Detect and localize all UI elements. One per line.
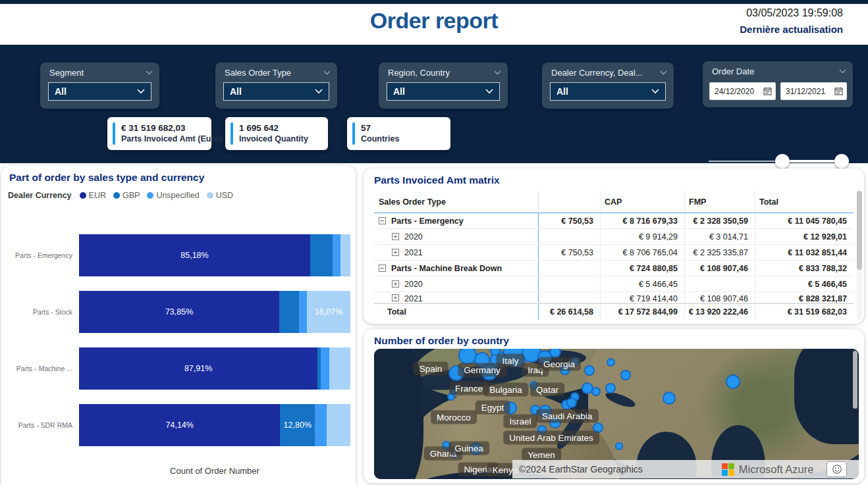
order-bubble[interactable] xyxy=(615,442,623,450)
map-attribution-bar: ©2024 EarthStar Geographics Microsoft Az… xyxy=(512,460,859,478)
chevron-down-icon[interactable] xyxy=(660,70,667,75)
legend-label: Unspecified xyxy=(156,191,199,200)
x-axis-title: Count of Order Number xyxy=(79,466,350,476)
country-label-morocco: Morocco xyxy=(431,411,477,424)
matrix-row-label: 2020 xyxy=(404,280,423,289)
order-bubble[interactable] xyxy=(726,374,740,389)
slicer-order-date: Order Date 24/12/2020 31/12/2021 xyxy=(703,61,853,107)
bar-segment-label: 85,18% xyxy=(180,251,208,260)
bar-row: Parts - Emergency85,18% xyxy=(3,234,350,276)
bar-segment-usd[interactable]: 16,07% xyxy=(307,291,350,333)
region-country-dropdown[interactable]: All xyxy=(387,82,500,101)
bar-segment-usd[interactable] xyxy=(340,234,350,276)
matrix-scrollbar[interactable] xyxy=(857,191,862,320)
legend-label: GBP xyxy=(122,191,140,200)
slicer-region-country: Region, Country All xyxy=(379,63,508,109)
chevron-down-icon[interactable] xyxy=(146,70,153,75)
matrix-row-label: Parts - Machine Break Down xyxy=(391,264,502,273)
sales-order-type-dropdown[interactable]: All xyxy=(223,82,329,101)
chevron-down-icon xyxy=(315,89,323,94)
bar-row: Parts - Stock73,85%16,07% xyxy=(3,291,350,333)
chart-legend: Dealer Currency EURGBPUnspecifiedUSD xyxy=(8,191,233,200)
matrix-row: +2021€ 719 414,40€ 108 907,46€ 828 321,8… xyxy=(374,292,854,303)
chevron-down-icon xyxy=(651,89,659,94)
calendar-icon[interactable] xyxy=(834,87,843,95)
bar-segment-eur[interactable]: 74,14% xyxy=(79,404,280,446)
chevron-down-icon[interactable] xyxy=(494,70,501,75)
order-bubble[interactable] xyxy=(663,392,676,405)
slider-handle-start[interactable] xyxy=(775,154,790,168)
calendar-icon[interactable] xyxy=(763,87,772,95)
map-canvas[interactable]: SpainGermanyItalyIraqGeorgiaFranceBulgar… xyxy=(374,349,859,479)
legend-label: USD xyxy=(216,191,233,200)
country-label-united-arab-emirates: United Arab Emirates xyxy=(503,431,599,445)
matrix-row-header: +2020 xyxy=(374,229,539,244)
order-bubble[interactable] xyxy=(605,383,616,394)
chevron-down-icon[interactable] xyxy=(839,69,846,74)
date-range-slider[interactable] xyxy=(703,152,850,170)
bar-segment-unspecified[interactable] xyxy=(315,404,327,446)
order-bubble[interactable] xyxy=(607,358,615,367)
order-bubble[interactable] xyxy=(566,397,577,408)
bar-segment-unspecified[interactable] xyxy=(299,291,306,333)
bar-segment-gbp[interactable] xyxy=(310,234,333,276)
matrix-row-header: +2021 xyxy=(374,292,539,303)
order-bubble[interactable] xyxy=(620,370,631,380)
slicer-label: Dealer Currency, Deal... xyxy=(551,68,642,78)
chevron-down-icon xyxy=(485,89,493,94)
end-date-value: 31/12/2021 xyxy=(786,87,825,96)
bar-segment-eur[interactable]: 73,85% xyxy=(79,291,279,333)
matrix-row-label: 2020 xyxy=(404,232,423,242)
expand-icon[interactable]: + xyxy=(392,294,399,301)
bar-segment-unspecified[interactable] xyxy=(333,234,340,276)
matrix-value-cell: € 750,53 xyxy=(539,213,601,228)
slider-selected-range[interactable] xyxy=(782,160,842,163)
map-panel: Number of order by country SpainGermanyI… xyxy=(364,329,864,483)
bar-segment-usd[interactable] xyxy=(329,347,350,390)
bar-segment-gbp[interactable] xyxy=(279,291,299,333)
legend-label: EUR xyxy=(89,191,106,200)
dealer-currency-dropdown[interactable]: All xyxy=(550,82,666,101)
matrix-value-cell: € 2 325 335,87 xyxy=(685,245,755,260)
expand-icon[interactable]: + xyxy=(392,280,399,288)
matrix-scrollbar-thumb[interactable] xyxy=(857,191,862,270)
bar-chart-panel: Part of order by sales type and currency… xyxy=(1,166,356,485)
legend-dot xyxy=(207,192,213,199)
slider-handle-end[interactable] xyxy=(834,154,849,168)
segment-dropdown[interactable]: All xyxy=(48,82,151,101)
country-label-guinea: Guinea xyxy=(448,442,489,455)
order-bubble[interactable] xyxy=(584,365,595,376)
matrix-header-row: Sales Order TypeCAPFMPTotal xyxy=(374,191,854,213)
feedback-smiley-button[interactable] xyxy=(827,461,847,477)
map-scrollbar[interactable] xyxy=(853,351,857,409)
order-bubble[interactable] xyxy=(591,387,601,396)
refresh-timestamp: 03/05/2023 19:59:08 xyxy=(740,7,843,19)
matrix-row: +2020€ 9 914,29€ 3 014,71€ 12 929,01 xyxy=(374,229,854,245)
kpi-countries: 57 Countries xyxy=(347,117,450,150)
bar-segment-unspecified[interactable] xyxy=(321,347,329,390)
bar-segment-eur[interactable]: 85,18% xyxy=(79,234,310,276)
category-label: Parts - Machine ... xyxy=(3,365,79,372)
dropdown-value: All xyxy=(393,86,405,97)
kpi-accent-bar xyxy=(231,122,233,145)
bar-track: 85,18% xyxy=(79,234,350,276)
matrix-value-cell: € 833 788,32 xyxy=(755,261,854,276)
slicer-label: Sales Order Type xyxy=(225,68,291,78)
matrix-value-cell: € 3 014,71 xyxy=(685,229,755,244)
matrix-header-cell: CAP xyxy=(601,191,685,213)
bar-segment-usd[interactable] xyxy=(327,404,350,446)
collapse-icon[interactable]: − xyxy=(379,265,386,272)
start-date-input[interactable]: 24/12/2020 xyxy=(709,82,776,100)
legend-dot xyxy=(147,192,153,199)
expand-icon[interactable]: + xyxy=(392,233,399,240)
expand-icon[interactable]: + xyxy=(392,249,399,256)
bar-segment-eur[interactable]: 87,91% xyxy=(79,347,317,390)
chevron-down-icon[interactable] xyxy=(323,70,331,75)
azure-brand-label: Microsoft Azure xyxy=(739,463,814,476)
kpi-label: Countries xyxy=(361,134,445,145)
end-date-input[interactable]: 31/12/2021 xyxy=(780,82,847,100)
country-label-spain: Spain xyxy=(414,362,448,376)
panel-title: Part of order by sales type and currency xyxy=(9,172,204,184)
bar-segment-gbp[interactable]: 12,80% xyxy=(280,404,315,446)
collapse-icon[interactable]: − xyxy=(379,217,386,224)
